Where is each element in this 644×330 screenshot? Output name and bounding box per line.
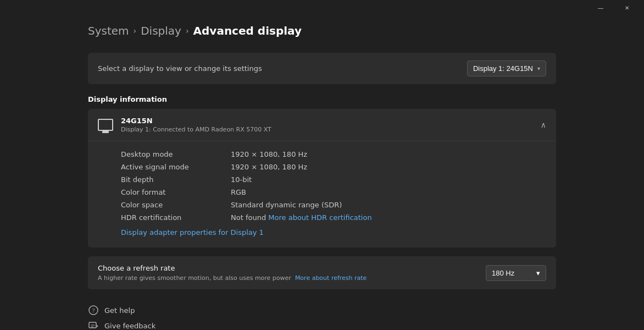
chevron-up-icon[interactable]: ∧: [541, 120, 546, 129]
detail-value-color-space: Standard dynamic range (SDR): [231, 201, 342, 209]
detail-value-color-format: RGB: [231, 188, 246, 196]
breadcrumb-current: Advanced display: [193, 24, 302, 37]
display-name-group: 24G15N Display 1: Connected to AMD Radeo…: [121, 117, 271, 133]
detail-row-adapter: Display adapter properties for Display 1: [121, 224, 546, 241]
window: — ✕ System › Display › Advanced display …: [0, 0, 644, 330]
refresh-chevron-down-icon: ▾: [536, 269, 540, 277]
display-name: 24G15N: [121, 117, 271, 125]
hdr-link[interactable]: More about HDR certification: [268, 213, 371, 222]
select-display-label: Select a display to view or change its s…: [98, 64, 262, 73]
detail-label-desktop-mode: Desktop mode: [121, 150, 231, 158]
get-help-link[interactable]: ? Get help: [88, 305, 556, 316]
refresh-rate-link[interactable]: More about refresh rate: [295, 274, 367, 282]
adapter-link[interactable]: Display adapter properties for Display 1: [121, 226, 264, 239]
title-bar: — ✕: [0, 0, 644, 13]
display-subtitle: Display 1: Connected to AMD Radeon RX 57…: [121, 126, 271, 133]
detail-value-bit-depth: 10-bit: [231, 175, 252, 184]
refresh-rate-dropdown[interactable]: 180 Hz ▾: [486, 265, 546, 281]
refresh-desc-text: A higher rate gives smoother motion, but…: [98, 274, 291, 282]
breadcrumb-display[interactable]: Display: [141, 24, 181, 37]
minimize-button[interactable]: —: [588, 2, 613, 13]
select-display-row: Select a display to view or change its s…: [88, 53, 556, 84]
monitor-icon: [98, 119, 113, 131]
give-feedback-link[interactable]: Give feedback: [88, 320, 556, 330]
detail-row-color-format: Color format RGB: [121, 186, 546, 199]
display-header: 24G15N Display 1: Connected to AMD Radeo…: [88, 109, 556, 141]
detail-row-bit-depth: Bit depth 10-bit: [121, 173, 546, 186]
detail-label-color-space: Color space: [121, 201, 231, 209]
refresh-rate-value: 180 Hz: [492, 269, 514, 277]
detail-row-signal-mode: Active signal mode 1920 × 1080, 180 Hz: [121, 161, 546, 173]
section-title-display-info: Display information: [88, 95, 556, 103]
breadcrumb-sep2: ›: [186, 26, 189, 35]
detail-label-color-format: Color format: [121, 188, 231, 196]
display-header-left: 24G15N Display 1: Connected to AMD Radeo…: [98, 117, 271, 133]
display-details: Desktop mode 1920 × 1080, 180 Hz Active …: [88, 141, 556, 248]
refresh-rate-card: Choose a refresh rate A higher rate give…: [88, 256, 556, 289]
feedback-icon: [88, 320, 99, 330]
refresh-left: Choose a refresh rate A higher rate give…: [98, 264, 367, 282]
detail-label-signal-mode: Active signal mode: [121, 163, 231, 171]
detail-value-desktop-mode: 1920 × 1080, 180 Hz: [231, 150, 307, 158]
detail-label-bit-depth: Bit depth: [121, 175, 231, 184]
breadcrumb-sep1: ›: [134, 26, 137, 35]
close-button[interactable]: ✕: [614, 2, 640, 13]
detail-value-hdr: Not found More about HDR certification: [231, 213, 372, 222]
svg-text:?: ?: [92, 307, 95, 314]
display-select-value: Display 1: 24G15N: [473, 64, 533, 73]
detail-row-desktop-mode: Desktop mode 1920 × 1080, 180 Hz: [121, 148, 546, 161]
refresh-desc: A higher rate gives smoother motion, but…: [98, 274, 367, 282]
display-info-card: 24G15N Display 1: Connected to AMD Radeo…: [88, 109, 556, 248]
detail-row-hdr: HDR certification Not found More about H…: [121, 211, 546, 224]
detail-value-signal-mode: 1920 × 1080, 180 Hz: [231, 163, 307, 171]
content-area: System › Display › Advanced display Sele…: [0, 13, 644, 330]
help-links: ? Get help Give feedback: [88, 305, 556, 330]
give-feedback-label: Give feedback: [104, 322, 156, 330]
get-help-label: Get help: [104, 306, 135, 315]
breadcrumb-system[interactable]: System: [88, 24, 129, 37]
refresh-title: Choose a refresh rate: [98, 264, 367, 272]
display-select-dropdown[interactable]: Display 1: 24G15N ▾: [467, 61, 546, 76]
help-icon: ?: [88, 305, 99, 316]
detail-row-color-space: Color space Standard dynamic range (SDR): [121, 199, 546, 211]
breadcrumb: System › Display › Advanced display: [88, 24, 556, 37]
title-bar-controls: — ✕: [588, 2, 640, 11]
chevron-down-icon: ▾: [537, 65, 540, 72]
detail-label-hdr: HDR certification: [121, 213, 231, 222]
